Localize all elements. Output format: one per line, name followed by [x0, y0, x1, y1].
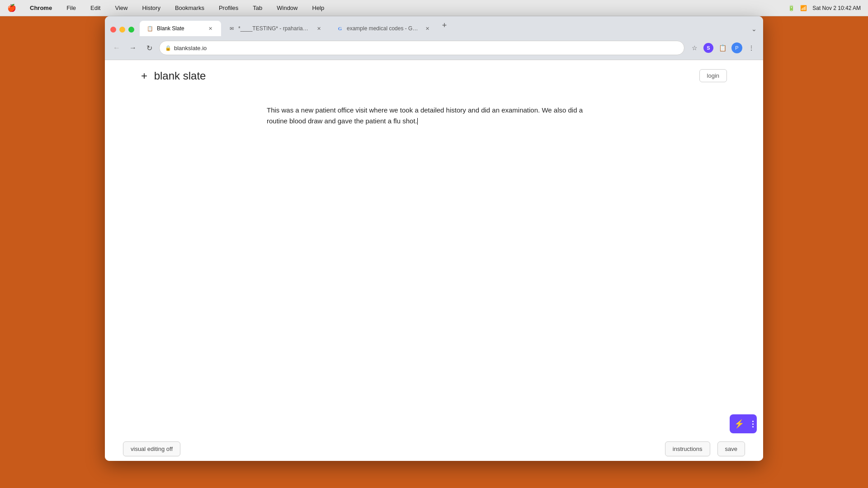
dot-2	[752, 423, 754, 425]
extension-icon[interactable]: S	[703, 43, 713, 53]
instructions-button[interactable]: instructions	[665, 441, 710, 456]
tab-medical-codes[interactable]: G example medical codes - Go... ✕	[330, 21, 438, 36]
save-button[interactable]: save	[717, 441, 745, 456]
new-tab-button[interactable]: +	[438, 19, 451, 32]
app-header: + blank slate login	[105, 60, 763, 87]
dot-3	[752, 426, 754, 427]
tab-close-1[interactable]: ✕	[207, 25, 214, 32]
editor-area[interactable]: This was a new patient office visit wher…	[231, 87, 637, 145]
editor-text[interactable]: This was a new patient office visit wher…	[267, 105, 601, 127]
menubar-edit[interactable]: Edit	[88, 4, 103, 12]
bottom-right-actions: instructions save	[665, 441, 745, 456]
menubar-app-name[interactable]: Chrome	[27, 4, 55, 12]
lock-icon: 🔒	[165, 45, 171, 51]
menubar-profiles[interactable]: Profiles	[216, 4, 241, 12]
profile-icon[interactable]: P	[731, 42, 742, 53]
maximize-traffic-light[interactable]	[128, 27, 134, 33]
tab-close-3[interactable]: ✕	[424, 25, 431, 32]
tab-favicon-1: 📋	[147, 25, 153, 32]
tab-testing-email[interactable]: ✉ *____TESTING* - rpaharia@... ✕	[221, 21, 330, 36]
menubar-right: 🔋 📶 Sat Nov 2 10:42 AM	[788, 5, 861, 11]
back-button[interactable]: ←	[110, 42, 123, 54]
tab-title-2: *____TESTING* - rpaharia@...	[238, 25, 311, 32]
page-wrapper: + blank slate login This was a new patie…	[105, 60, 763, 461]
screenshot-button[interactable]: 📋	[716, 42, 729, 54]
tab-title-1: Blank Slate	[157, 25, 203, 32]
lightning-button[interactable]: ⚡	[730, 414, 749, 433]
browser-actions: ☆ S 📋 P ⋮	[688, 42, 758, 54]
forward-button[interactable]: →	[127, 42, 139, 54]
bookmark-button[interactable]: ☆	[688, 42, 701, 54]
datetime: Sat Nov 2 10:42 AM	[812, 5, 861, 11]
close-traffic-light[interactable]	[110, 27, 116, 33]
bottom-bar: visual editing off instructions save	[105, 436, 763, 461]
lightning-menu-button[interactable]	[749, 414, 757, 433]
menu-button[interactable]: ⋮	[745, 42, 758, 54]
wifi-icon: 📶	[800, 5, 807, 11]
menubar-bookmarks[interactable]: Bookmarks	[172, 4, 207, 12]
tab-close-2[interactable]: ✕	[315, 25, 322, 32]
expand-tabs-button[interactable]: ⌄	[749, 23, 760, 34]
tab-title-3: example medical codes - Go...	[347, 25, 420, 32]
login-button[interactable]: login	[699, 69, 727, 82]
tab-bar: 📋 Blank Slate ✕ ✉ *____TESTING* - rpahar…	[105, 16, 763, 36]
browser-chrome: 📋 Blank Slate ✕ ✉ *____TESTING* - rpahar…	[105, 16, 763, 60]
logo-plus: +	[141, 70, 147, 82]
menubar-view[interactable]: View	[112, 4, 130, 12]
lightning-widget-group: ⚡	[730, 414, 757, 433]
tab-right-controls: ⌄	[749, 23, 760, 36]
reload-button[interactable]: ↻	[143, 42, 156, 54]
browser-window: 📋 Blank Slate ✕ ✉ *____TESTING* - rpahar…	[105, 16, 763, 461]
url-text: blankslate.io	[174, 45, 679, 52]
lightning-icon: ⚡	[734, 419, 744, 429]
menubar-file[interactable]: File	[64, 4, 79, 12]
text-cursor	[417, 118, 418, 125]
tab-favicon-2: ✉	[228, 25, 235, 32]
tab-favicon-3: G	[337, 25, 343, 32]
traffic-lights	[108, 27, 140, 36]
tab-blank-slate[interactable]: 📋 Blank Slate ✕	[140, 21, 221, 36]
url-bar[interactable]: 🔒 blankslate.io	[159, 41, 684, 55]
apple-logo: 🍎	[7, 4, 16, 12]
battery-icon: 🔋	[788, 5, 795, 11]
minimize-traffic-light[interactable]	[119, 27, 125, 33]
visual-editing-button[interactable]: visual editing off	[123, 441, 180, 456]
menubar-help[interactable]: Help	[310, 4, 327, 12]
address-bar: ← → ↻ 🔒 blankslate.io ☆ S 📋 P ⋮	[105, 36, 763, 60]
menubar-window[interactable]: Window	[274, 4, 300, 12]
dot-1	[752, 421, 754, 422]
menubar-tab[interactable]: Tab	[250, 4, 265, 12]
logo-name: blank slate	[154, 70, 206, 82]
app-logo: + blank slate	[141, 70, 206, 82]
editor-content: This was a new patient office visit wher…	[267, 106, 583, 125]
menubar: 🍎 Chrome File Edit View History Bookmark…	[0, 0, 868, 16]
page-content: + blank slate login This was a new patie…	[105, 60, 763, 461]
menubar-history[interactable]: History	[139, 4, 163, 12]
